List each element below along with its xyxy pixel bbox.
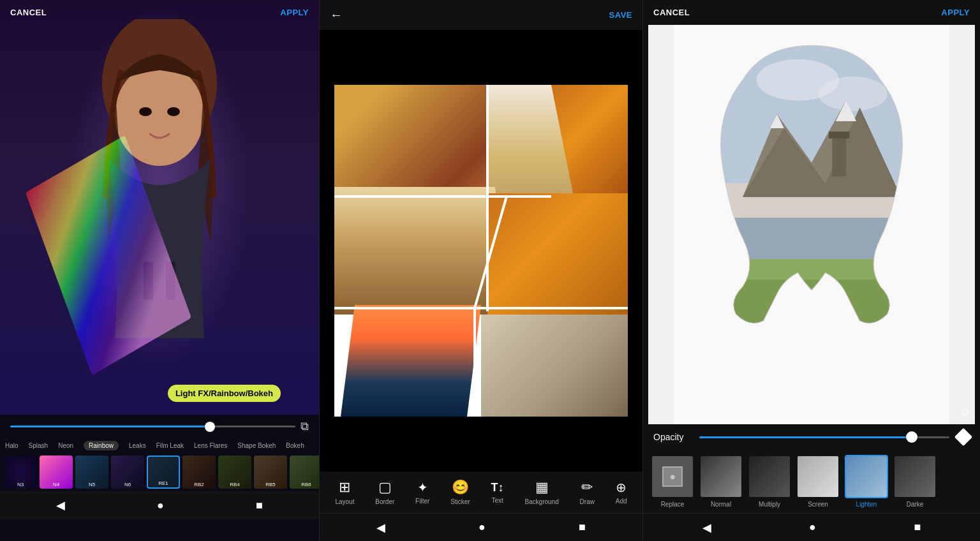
panel2-collage: ← SAVE — [319, 0, 643, 541]
panel2-tools-bar: ⊞ Layout ▢ Border ✦ Filter 😊 Sticker T↕ … — [320, 471, 642, 513]
diamond-icon[interactable] — [954, 428, 972, 446]
panel3-image-canvas[interactable]: ⧉ — [648, 25, 975, 424]
intensity-slider-thumb[interactable] — [205, 422, 215, 432]
border-icon: ▢ — [378, 479, 392, 496]
svg-rect-20 — [829, 131, 849, 138]
tool-border[interactable]: ▢ Border — [375, 479, 394, 505]
effect-splash[interactable]: Splash — [29, 442, 48, 449]
panel1-header: CANCEL APPLY — [0, 0, 319, 25]
blend-modes-bar: ⊕ Replace Normal Multiply Screen — [643, 450, 980, 513]
filter-icon: ✦ — [417, 480, 428, 495]
draw-icon: ✏ — [581, 479, 593, 496]
double-exposure-composition: ⧉ — [648, 25, 975, 424]
text-icon: T↕ — [491, 481, 504, 494]
tool-add[interactable]: ⊕ Add — [616, 480, 627, 505]
tool-background[interactable]: ▦ Background — [524, 479, 558, 505]
svg-text:⊕: ⊕ — [670, 473, 675, 480]
add-icon: ⊕ — [616, 480, 627, 495]
panel1-photo-canvas: Light FX/Rainbow/Bokeh — [0, 0, 319, 415]
effect-shape-bokeh[interactable]: Shape Bokeh — [237, 442, 276, 449]
panel2-header: ← SAVE — [320, 0, 642, 30]
nav-home-button[interactable]: ● — [157, 499, 164, 512]
thumb-n6[interactable]: N6 — [111, 456, 144, 489]
panel2-save-button[interactable]: SAVE — [609, 10, 632, 20]
effect-lens-flares[interactable]: Lens Flares — [194, 442, 227, 449]
blend-normal[interactable]: Normal — [699, 455, 743, 508]
panel3-blend-mode: CANCEL APPLY — [643, 0, 980, 541]
thumb-n3[interactable]: N3 — [4, 456, 37, 489]
sticker-icon: 😊 — [452, 479, 469, 496]
panel3-crop-icon[interactable]: ⧉ — [961, 406, 969, 418]
panel2-bottom-nav: ◀ ● ■ — [320, 513, 642, 541]
collage-cell-1[interactable] — [334, 85, 487, 200]
svg-rect-19 — [832, 135, 846, 177]
effect-halo[interactable]: Halo — [5, 442, 19, 449]
effect-rainbow[interactable]: Rainbow — [84, 441, 119, 450]
collage-cell-5[interactable] — [487, 193, 628, 321]
effect-thumbnails-row: N3 N4 N5 N6 RE1 RB2 RB4 RB5 RB6 LE1 — [0, 453, 319, 491]
collage-cell-7[interactable] — [481, 315, 628, 417]
panel2-nav-home[interactable]: ● — [479, 521, 486, 534]
panel3-apply-button[interactable]: APPLY — [941, 8, 970, 17]
tool-draw[interactable]: ✏ Draw — [580, 479, 595, 505]
thumb-n4[interactable]: N4 — [40, 456, 73, 489]
panel1-slider-row: ⧉ — [0, 415, 319, 438]
opacity-label: Opacity — [653, 432, 692, 442]
effects-categories-bar: Halo Splash Neon Rainbow Leaks Film Leak… — [0, 438, 319, 453]
panel3-header: CANCEL APPLY — [643, 0, 980, 25]
tool-text[interactable]: T↕ Text — [491, 481, 504, 504]
blend-lighten[interactable]: Lighten — [845, 455, 888, 508]
thumb-rb4[interactable]: RB4 — [218, 456, 251, 489]
effect-leaks[interactable]: Leaks — [129, 442, 146, 449]
tool-layout[interactable]: ⊞ Layout — [335, 479, 354, 505]
panel1-cancel-button[interactable]: CANCEL — [10, 8, 47, 17]
thumb-rb6[interactable]: RB6 — [290, 456, 319, 489]
blend-multiply[interactable]: Multiply — [748, 455, 791, 508]
background-icon: ▦ — [535, 479, 549, 496]
layout-icon: ⊞ — [339, 479, 350, 496]
blend-screen[interactable]: Screen — [796, 455, 840, 508]
blend-darken[interactable]: Darke — [893, 455, 937, 508]
opacity-section: Opacity — [643, 424, 980, 450]
panel3-nav-recent[interactable]: ■ — [914, 521, 921, 534]
nav-back-button[interactable]: ◀ — [56, 498, 65, 512]
panel2-nav-recent[interactable]: ■ — [579, 521, 586, 534]
collage-cell-4[interactable] — [334, 187, 513, 315]
thumb-rb2[interactable]: RB2 — [182, 456, 216, 489]
effect-neon[interactable]: Neon — [58, 442, 73, 449]
effect-label-bubble: Light FX/Rainbow/Bokeh — [168, 385, 281, 402]
svg-point-4 — [139, 107, 152, 116]
thumb-re1-selected[interactable]: RE1 — [147, 456, 180, 489]
panel3-cancel-button[interactable]: CANCEL — [653, 8, 690, 17]
panel3-bottom-nav: ◀ ● ■ — [643, 513, 980, 541]
panel2-back-button[interactable]: ← — [330, 8, 343, 22]
tool-filter[interactable]: ✦ Filter — [415, 480, 429, 505]
panel1-apply-button[interactable]: APPLY — [280, 8, 309, 17]
collage-grid[interactable] — [334, 85, 628, 417]
collage-cell-6[interactable] — [341, 305, 481, 417]
intensity-slider-track[interactable] — [10, 426, 295, 427]
svg-point-14 — [819, 77, 887, 111]
svg-point-5 — [167, 107, 180, 116]
panel3-nav-back[interactable]: ◀ — [702, 521, 711, 535]
effect-film-leak[interactable]: Film Leak — [156, 442, 184, 449]
thumb-n5[interactable]: N5 — [75, 456, 108, 489]
effect-bokeh[interactable]: Bokeh — [286, 442, 304, 449]
panel1-bottom-nav: ◀ ● ■ — [0, 491, 319, 519]
panel2-canvas[interactable] — [320, 30, 642, 471]
thumb-rb5[interactable]: RB5 — [254, 456, 287, 489]
crop-resize-icon[interactable]: ⧉ — [301, 420, 309, 433]
panel3-nav-home[interactable]: ● — [809, 521, 816, 534]
opacity-slider-thumb[interactable] — [906, 431, 917, 443]
panel1-light-fx: CANCEL APPLY — [0, 0, 319, 541]
opacity-slider-track[interactable] — [699, 436, 949, 438]
nav-recent-button[interactable]: ■ — [256, 499, 263, 512]
panel2-nav-back[interactable]: ◀ — [376, 521, 385, 535]
blend-replace[interactable]: ⊕ Replace — [651, 455, 694, 508]
tool-sticker[interactable]: 😊 Sticker — [450, 479, 470, 505]
